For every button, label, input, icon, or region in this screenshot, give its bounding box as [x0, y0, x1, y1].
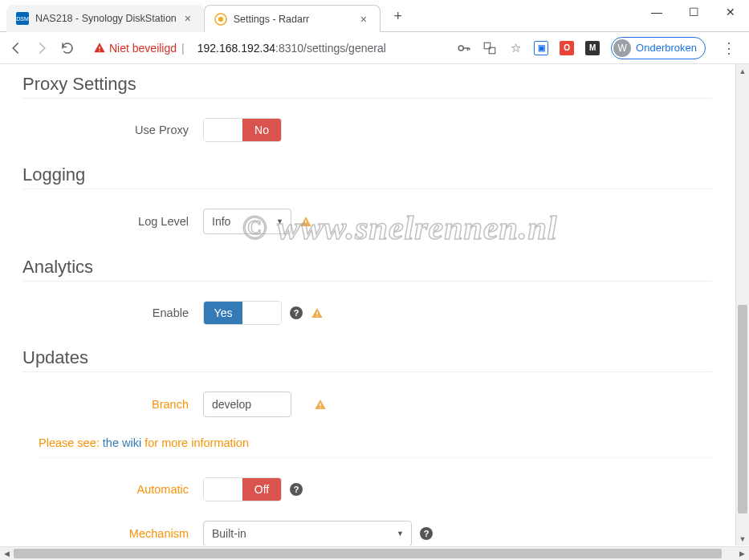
- tab-title: NAS218 - Synology DiskStation: [35, 13, 177, 24]
- scroll-right-icon[interactable]: ▶: [735, 547, 749, 560]
- row-mechanism: Mechanism Built-in ?: [22, 521, 712, 546]
- security-warning[interactable]: Niet beveiligd: [93, 42, 177, 55]
- profile-avatar: W: [613, 39, 631, 57]
- close-icon[interactable]: ×: [181, 12, 194, 25]
- new-tab-button[interactable]: +: [387, 5, 409, 27]
- profile-chip[interactable]: W Onderbroken: [611, 37, 706, 59]
- translate-icon[interactable]: [482, 41, 497, 55]
- label-analytics-enable: Enable: [22, 306, 203, 319]
- browser-menu-button[interactable]: ⋮: [717, 39, 741, 57]
- warning-icon: [93, 42, 106, 55]
- tab-radarr[interactable]: Settings - Radarr ×: [204, 5, 381, 32]
- section-updates-title: Updates: [22, 347, 712, 372]
- toggle-blank: [204, 119, 242, 141]
- reload-button[interactable]: [59, 40, 75, 56]
- svg-rect-13: [320, 404, 320, 406]
- toggle-value: Off: [242, 478, 281, 501]
- maximize-button[interactable]: ☐: [675, 0, 712, 24]
- svg-rect-10: [305, 224, 306, 225]
- svg-text:DSM: DSM: [16, 16, 29, 22]
- svg-rect-9: [305, 221, 306, 223]
- updates-info-line: Please see: the wiki for more informatio…: [39, 436, 712, 458]
- row-branch: Branch: [22, 392, 712, 417]
- scrollbar-thumb[interactable]: [738, 305, 747, 513]
- scroll-up-icon[interactable]: ▲: [736, 64, 749, 78]
- label-log-level: Log Level: [22, 215, 203, 228]
- label-mechanism: Mechanism: [22, 527, 203, 540]
- wiki-link[interactable]: the wiki: [103, 436, 141, 449]
- extension-mega-icon[interactable]: M: [585, 41, 600, 55]
- radarr-favicon: [214, 13, 227, 26]
- row-analytics-enable: Enable Yes ?: [22, 301, 712, 325]
- toggle-blank: [242, 302, 281, 324]
- select-mechanism[interactable]: Built-in: [203, 521, 412, 546]
- horizontal-scrollbar[interactable]: ◀ ▶: [0, 546, 749, 560]
- toggle-value: No: [242, 119, 281, 141]
- row-use-proxy: Use Proxy No: [22, 118, 712, 142]
- security-text: Niet beveiligd: [109, 42, 177, 55]
- label-automatic: Automatic: [22, 483, 203, 496]
- row-log-level: Log Level Info: [22, 209, 712, 234]
- synology-favicon: DSM: [16, 12, 29, 25]
- help-icon[interactable]: ?: [420, 527, 433, 540]
- section-proxy-title: Proxy Settings: [22, 74, 712, 99]
- scroll-down-icon[interactable]: ▼: [736, 532, 749, 546]
- section-analytics-title: Analytics: [22, 257, 712, 282]
- page-content: Proxy Settings Use Proxy No Logging Log …: [0, 64, 735, 546]
- row-automatic: Automatic Off ?: [22, 477, 712, 501]
- vertical-scrollbar[interactable]: ▲ ▼: [735, 64, 749, 546]
- warning-icon: [299, 215, 312, 228]
- back-button[interactable]: [8, 40, 24, 56]
- profile-label: Onderbroken: [636, 42, 697, 54]
- section-logging-title: Logging: [22, 164, 712, 189]
- extension-abp-icon[interactable]: ▣: [534, 41, 548, 55]
- select-log-level[interactable]: Info: [203, 209, 291, 234]
- scroll-left-icon[interactable]: ◀: [0, 547, 14, 560]
- close-icon[interactable]: ×: [357, 13, 370, 26]
- browser-toolbar: Niet beveiligd | 192.168.192.34:8310/set…: [0, 32, 749, 64]
- warning-icon: [314, 398, 327, 411]
- help-icon[interactable]: ?: [290, 483, 303, 496]
- scrollbar-thumb[interactable]: [14, 549, 722, 558]
- label-use-proxy: Use Proxy: [22, 124, 203, 136]
- svg-rect-12: [316, 315, 317, 316]
- svg-rect-11: [316, 312, 317, 314]
- toggle-analytics[interactable]: Yes: [203, 301, 282, 325]
- toggle-automatic[interactable]: Off: [203, 477, 282, 501]
- extension-opera-icon[interactable]: O: [560, 41, 574, 55]
- toggle-use-proxy[interactable]: No: [203, 118, 282, 142]
- tab-title: Settings - Radarr: [234, 14, 352, 25]
- svg-rect-4: [99, 47, 100, 49]
- address-bar[interactable]: Niet beveiligd | 192.168.192.34:8310/set…: [85, 37, 447, 59]
- toggle-blank: [204, 478, 242, 501]
- toggle-value: Yes: [204, 302, 242, 324]
- window-controls: — ☐ ✕: [638, 0, 749, 24]
- svg-rect-5: [99, 50, 100, 51]
- tab-strip: DSM NAS218 - Synology DiskStation × Sett…: [0, 0, 409, 32]
- forward-button[interactable]: [34, 40, 50, 56]
- key-icon[interactable]: [457, 41, 471, 55]
- url-text: 192.168.192.34:8310/settings/general: [197, 42, 386, 55]
- input-branch[interactable]: [203, 392, 291, 417]
- toolbar-icons: ☆ ▣ O M W Onderbroken ⋮: [457, 37, 741, 59]
- tab-synology[interactable]: DSM NAS218 - Synology DiskStation ×: [6, 5, 204, 32]
- warning-icon: [311, 306, 324, 319]
- svg-point-3: [218, 17, 223, 22]
- svg-point-6: [458, 46, 463, 51]
- close-window-button[interactable]: ✕: [712, 0, 749, 24]
- label-branch: Branch: [22, 398, 203, 411]
- window-titlebar: DSM NAS218 - Synology DiskStation × Sett…: [0, 0, 749, 32]
- help-icon[interactable]: ?: [290, 306, 303, 319]
- minimize-button[interactable]: —: [638, 0, 675, 24]
- star-icon[interactable]: ☆: [508, 41, 523, 55]
- svg-rect-14: [320, 407, 320, 408]
